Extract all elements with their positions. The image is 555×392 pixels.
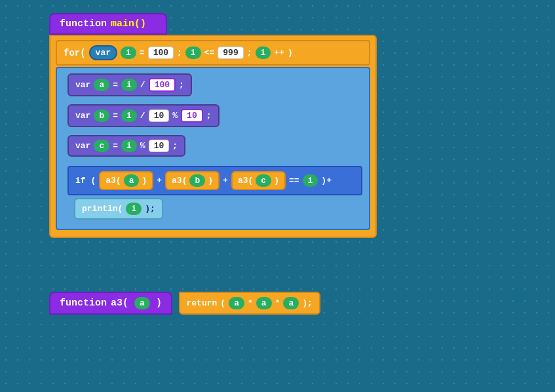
if-plus1: +	[157, 176, 162, 186]
println-call: println(	[82, 204, 123, 214]
a3-open: (	[220, 298, 225, 308]
return-kw: return	[187, 298, 218, 308]
var-c-expr-i: i	[121, 140, 137, 152]
var-a-kw: var	[75, 80, 90, 90]
var-b-assign: =	[113, 111, 118, 121]
var-b-kw: var	[75, 111, 90, 121]
function-a3-header: function a3( a )	[49, 292, 172, 315]
a3-function-container: function a3( a ) return ( a * a * a );	[49, 292, 320, 315]
main-function-container: function main() for( var i = 100 ; i <= …	[49, 13, 377, 238]
keyword-function-a3: function	[60, 298, 107, 309]
if-statement: if ( a3( a ) + a3( b	[67, 166, 362, 195]
main-body: for( var i = 100 ; i <= 999 ; i ++ )	[49, 35, 377, 238]
if-cmp-i: i	[303, 174, 318, 187]
for-init-val: 100	[148, 47, 174, 59]
var-b-expr-i: i	[121, 109, 137, 122]
a3-semi: );	[302, 298, 313, 308]
var-a-line: var a = i / 100 ;	[67, 73, 192, 96]
for-assign: =	[140, 48, 145, 58]
fn-call-a3b: a3( b )	[165, 171, 220, 190]
var-b-op2: %	[172, 111, 178, 121]
for-inc-op: ++	[274, 48, 284, 58]
for-cond-val: 999	[218, 47, 243, 59]
fn-call-a3c: a3( c )	[231, 171, 286, 190]
var-c-line: var c = i % 10 ;	[67, 135, 185, 157]
if-plus2: +	[223, 176, 228, 186]
var-c-name: c	[94, 140, 109, 152]
for-le: <=	[204, 48, 215, 58]
function-main-name: main()	[111, 18, 146, 29]
a3-a2: a	[256, 297, 272, 309]
var-a-name: a	[94, 79, 109, 91]
var-b-name: b	[94, 109, 109, 122]
for-inc-i: i	[256, 47, 271, 59]
var-a-semi: ;	[179, 80, 184, 90]
fn-call-a3a: a3( a )	[99, 171, 153, 190]
var-a-assign: =	[113, 80, 118, 90]
var-b-op1: /	[140, 111, 145, 121]
for-close: )	[288, 48, 293, 58]
var-b-semi: ;	[206, 111, 212, 121]
var-b-line: var b = i / 10 % 10 ;	[67, 104, 220, 127]
a3-a3: a	[283, 297, 299, 309]
for-loop-header: for( var i = 100 ; i <= 999 ; i ++ )	[56, 40, 370, 66]
for-var-i-init: i	[121, 47, 136, 59]
var-c-val: 10	[149, 140, 170, 152]
a3-mul2: *	[275, 298, 280, 308]
var-a-expr-i: i	[121, 79, 137, 91]
if-arg-c: c	[256, 174, 271, 187]
var-c-assign: =	[113, 141, 118, 151]
if-arg-b: b	[189, 174, 205, 187]
if-close: )+	[321, 176, 332, 186]
println-line: println( i );	[74, 198, 163, 220]
if-eq: ==	[289, 176, 299, 186]
println-semi: );	[145, 204, 155, 214]
for-semi2: ;	[247, 48, 252, 58]
var-a-val: 100	[149, 78, 176, 92]
var-a-op: /	[140, 80, 145, 90]
a3-mul1: *	[248, 298, 253, 308]
var-c-kw: var	[75, 141, 90, 151]
var-b-val2: 10	[181, 109, 203, 123]
for-var-keyword: var	[89, 45, 117, 60]
println-arg-i: i	[126, 203, 142, 215]
function-a3-body: return ( a * a * a );	[179, 292, 320, 315]
var-c-op: %	[140, 141, 145, 151]
for-cond-i: i	[185, 47, 201, 59]
for-body: var a = i / 100 ; var	[56, 67, 370, 230]
keyword-function: function	[60, 18, 107, 29]
if-arg-a: a	[124, 174, 140, 187]
for-var-kw-text: var	[96, 48, 111, 58]
var-c-semi: ;	[172, 141, 178, 151]
var-b-val1: 10	[149, 109, 170, 122]
a3-a1: a	[229, 297, 244, 309]
for-semi1: ;	[177, 48, 182, 58]
function-main-header: function main()	[49, 13, 167, 35]
function-a3-name: a3( a )	[111, 297, 162, 309]
a3-param: a	[134, 297, 150, 309]
if-kw: if (	[75, 176, 96, 186]
for-keyword: for(	[64, 48, 86, 58]
